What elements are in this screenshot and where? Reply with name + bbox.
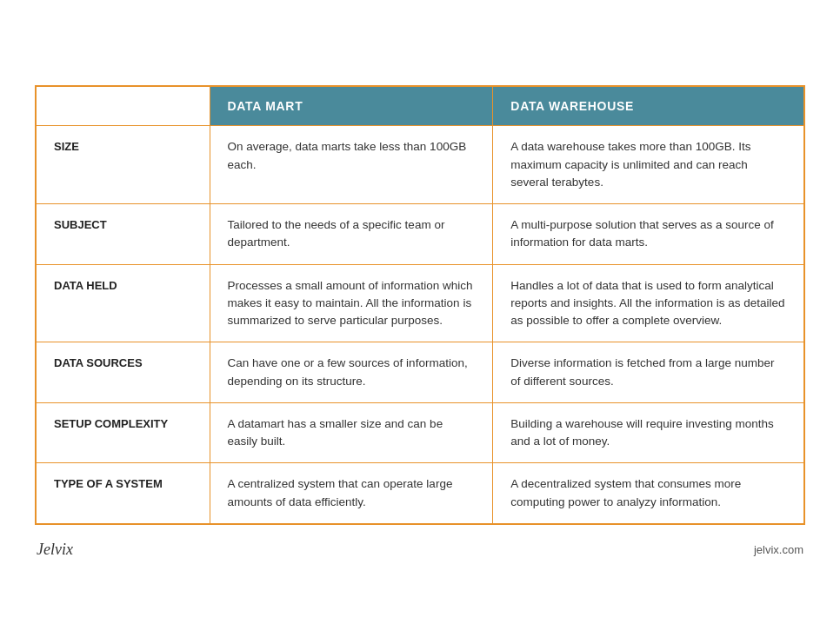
row-col2: Processes a small amount of information … xyxy=(210,264,493,342)
row-col2: Can have one or a few sources of informa… xyxy=(210,342,493,403)
table-row: SUBJECTTailored to the needs of a specif… xyxy=(36,204,804,265)
header-col3: DATA WAREHOUSE xyxy=(493,86,804,126)
row-label: SIZE xyxy=(36,126,210,204)
row-label: SETUP COMPLEXITY xyxy=(36,402,210,463)
row-col3: Building a warehouse will require invest… xyxy=(493,402,804,463)
table-row: TYPE OF A SYSTEMA centralized system tha… xyxy=(36,463,804,524)
row-col3: Diverse information is fetched from a la… xyxy=(493,342,804,403)
table-row: DATA SOURCESCan have one or a few source… xyxy=(36,342,804,403)
row-label: DATA HELD xyxy=(36,264,210,342)
row-col2: On average, data marts take less than 10… xyxy=(210,126,493,204)
footer: Jelvix jelvix.com xyxy=(35,541,805,559)
row-col2: Tailored to the needs of a specific team… xyxy=(210,204,493,265)
header-col2: DATA MART xyxy=(210,86,493,126)
page-wrapper: DATA MART DATA WAREHOUSE SIZEOn average,… xyxy=(35,85,805,559)
table-row: SETUP COMPLEXITYA datamart has a smaller… xyxy=(36,402,804,463)
footer-url: jelvix.com xyxy=(754,543,803,556)
row-col3: A multi-purpose solution that serves as … xyxy=(493,204,804,265)
row-col2: A datamart has a smaller size and can be… xyxy=(210,402,493,463)
comparison-table: DATA MART DATA WAREHOUSE SIZEOn average,… xyxy=(35,85,805,525)
row-col3: A data warehouse takes more than 100GB. … xyxy=(493,126,804,204)
row-label: TYPE OF A SYSTEM xyxy=(36,463,210,524)
row-col3: Handles a lot of data that is used to fo… xyxy=(493,264,804,342)
header-col1 xyxy=(36,86,210,126)
row-col3: A decentralized system that consumes mor… xyxy=(493,463,804,524)
brand-name: Jelvix xyxy=(37,541,73,559)
table-row: SIZEOn average, data marts take less tha… xyxy=(36,126,804,204)
table-row: DATA HELDProcesses a small amount of inf… xyxy=(36,264,804,342)
row-col2: A centralized system that can operate la… xyxy=(210,463,493,524)
row-label: DATA SOURCES xyxy=(36,342,210,403)
row-label: SUBJECT xyxy=(36,204,210,265)
